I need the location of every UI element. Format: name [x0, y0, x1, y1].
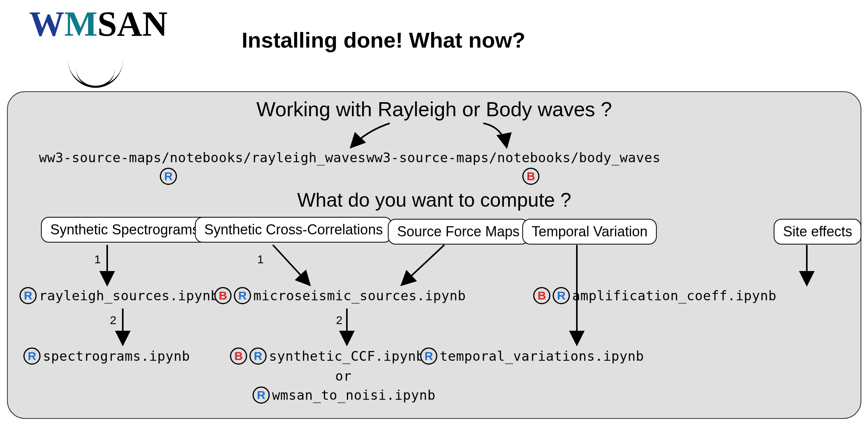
choice-synthetic-spectrograms: Synthetic Spectrograms	[41, 217, 209, 243]
notebook-label: spectrograms.ipynb	[43, 348, 190, 364]
badge-r-icon: R	[234, 287, 251, 304]
notebook-synthetic-ccf: B R synthetic_CCF.ipynb	[230, 347, 424, 365]
step-number-1b: 1	[257, 253, 264, 266]
path-body: ww3-source-maps/notebooks/body_waves	[366, 150, 661, 165]
choice-source-force-maps: Source Force Maps	[388, 219, 529, 245]
wmsan-logo: WMSAN	[10, 4, 177, 90]
badge-r-icon: R	[253, 386, 270, 404]
badge-r-icon: R	[19, 287, 37, 304]
logo-letters-san: SAN	[97, 5, 168, 43]
notebook-microseismic-sources: B R microseismic_sources.ipynb	[214, 287, 466, 304]
choice-site-effects: Site effects	[774, 219, 861, 245]
question-compute-what: What do you want to compute ?	[8, 189, 861, 211]
badge-b-icon: B	[533, 287, 550, 304]
badge-r-icon: R	[420, 347, 437, 365]
badge-r-icon: R	[553, 287, 570, 304]
badge-b-icon: B	[214, 287, 232, 304]
path-rayleigh: ww3-source-maps/notebooks/rayleigh_waves	[39, 150, 366, 165]
logo-letter-w: W	[29, 5, 64, 43]
svg-line-3	[401, 245, 444, 285]
choice-synthetic-cross-correlations: Synthetic Cross-Correlations	[195, 217, 392, 243]
or-label: or	[335, 368, 352, 384]
flowchart-panel: Working with Rayleigh or Body waves ? ww…	[7, 91, 861, 419]
arrows-overlay	[8, 92, 861, 418]
question-wave-type: Working with Rayleigh or Body waves ?	[8, 98, 861, 121]
notebook-wmsan-to-noisi: R wmsan_to_noisi.ipynb	[253, 386, 435, 404]
notebook-spectrograms: R spectrograms.ipynb	[23, 347, 190, 365]
badge-body-icon: B	[522, 168, 539, 185]
badge-rayleigh-icon: R	[160, 168, 177, 185]
logo-letter-m: M	[64, 5, 97, 43]
notebook-label: rayleigh_sources.ipynb	[39, 288, 219, 303]
logo-text: WMSAN	[29, 4, 168, 44]
notebook-label: wmsan_to_noisi.ipynb	[272, 387, 435, 403]
choice-temporal-variation: Temporal Variation	[522, 219, 657, 245]
notebook-label: amplification_coeff.ipynb	[572, 288, 776, 303]
notebook-rayleigh-sources: R rayleigh_sources.ipynb	[19, 287, 219, 304]
notebook-temporal-variations: R temporal_variations.ipynb	[420, 347, 644, 365]
page-title: Installing done! What now?	[242, 27, 525, 53]
notebook-label: microseismic_sources.ipynb	[253, 288, 466, 303]
step-number-1a: 1	[94, 253, 101, 266]
notebook-amplification-coeff: B R amplification_coeff.ipynb	[533, 287, 776, 304]
badge-b-icon: B	[230, 347, 247, 365]
badge-r-icon: R	[23, 347, 41, 365]
step-number-2b: 2	[336, 314, 343, 327]
notebook-label: synthetic_CCF.ipynb	[269, 348, 424, 364]
notebook-label: temporal_variations.ipynb	[440, 348, 644, 364]
step-number-2a: 2	[110, 314, 117, 327]
badge-r-icon: R	[249, 347, 267, 365]
svg-line-2	[273, 245, 310, 285]
